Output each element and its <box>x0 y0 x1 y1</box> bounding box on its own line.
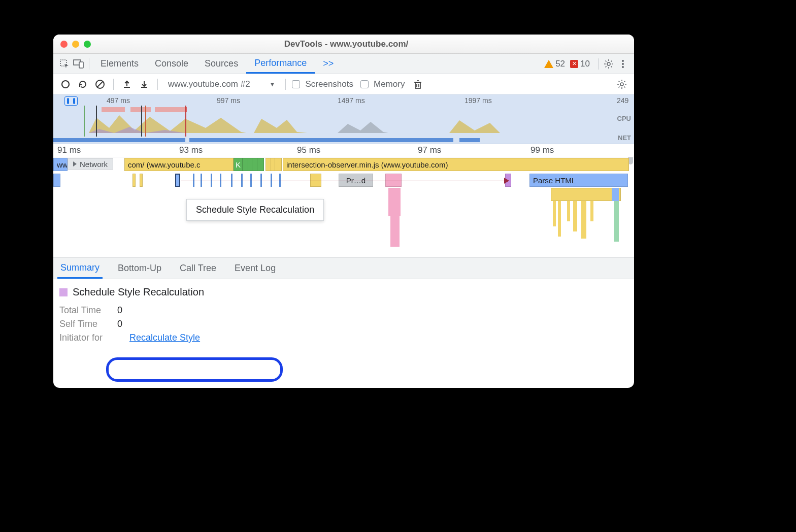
flame-block[interactable] <box>390 216 400 247</box>
net-label: NET <box>618 134 631 142</box>
timeline-overview[interactable]: 497 ms 997 ms 1497 ms 1997 ms 249 CPU NE… <box>53 94 634 144</box>
summary-panel: Schedule Style Recalculation Total Time … <box>53 279 634 353</box>
tab-summary[interactable]: Summary <box>57 258 103 279</box>
divider <box>113 79 114 90</box>
flame-block-selected[interactable] <box>175 174 180 187</box>
flame-block[interactable]: ww <box>53 158 68 171</box>
flame-block[interactable] <box>551 188 621 201</box>
reload-record-button[interactable] <box>76 77 90 91</box>
checkbox-icon <box>292 80 300 88</box>
more-menu-icon[interactable] <box>616 57 630 71</box>
screenshots-checkbox[interactable]: Screenshots <box>292 79 353 89</box>
tabs-overflow-button[interactable]: >> <box>315 54 342 74</box>
flame-block[interactable]: com/ (www.youtube.c <box>124 158 234 171</box>
flame-block[interactable] <box>388 188 401 216</box>
errors-badge[interactable]: ✕ 10 <box>570 59 590 69</box>
svg-point-7 <box>62 81 69 88</box>
flame-block[interactable] <box>567 201 570 221</box>
flame-tick <box>201 174 202 187</box>
marker-line <box>96 106 97 137</box>
flame-block[interactable] <box>612 188 619 201</box>
selection-handle-right[interactable] <box>73 98 75 104</box>
flame-block[interactable] <box>553 201 556 226</box>
tab-call-tree[interactable]: Call Tree <box>177 258 219 279</box>
flame-block[interactable] <box>614 201 619 242</box>
selection-handle-left[interactable] <box>67 98 69 104</box>
settings-icon[interactable] <box>602 57 616 71</box>
flame-chart[interactable]: 91 ms 93 ms 95 ms 97 ms 99 ms ww com/ (w… <box>53 144 634 258</box>
flame-block[interactable] <box>53 174 60 187</box>
divider <box>89 58 89 70</box>
tab-event-log[interactable]: Event Log <box>231 258 279 279</box>
initiator-link[interactable]: Recalculate Style <box>129 332 200 343</box>
collect-garbage-icon[interactable] <box>411 77 425 91</box>
flame-row: Pr…d Parse HTML <box>53 173 634 187</box>
flame-block[interactable] <box>558 201 561 237</box>
svg-point-4 <box>622 60 624 62</box>
flame-block[interactable]: Pr…d <box>339 174 373 187</box>
flame-block[interactable]: Parse HTML <box>529 174 628 187</box>
devtools-main-tabs: Elements Console Sources Performance >> … <box>53 54 634 74</box>
initiator-arrow <box>181 181 504 181</box>
summary-key: Initiator for <box>59 332 120 343</box>
capture-settings-icon[interactable] <box>615 77 629 91</box>
svg-point-6 <box>622 66 624 68</box>
expand-icon <box>73 161 77 167</box>
inspect-element-icon[interactable] <box>57 57 72 71</box>
summary-title-row: Schedule Style Recalculation <box>59 286 628 298</box>
flame-block[interactable] <box>275 158 282 171</box>
warnings-badge[interactable]: 52 <box>544 59 565 69</box>
summary-value: 0 <box>117 319 122 329</box>
tab-bottom-up[interactable]: Bottom-Up <box>115 258 164 279</box>
flame-tick <box>220 174 221 187</box>
divider <box>598 58 599 70</box>
flame-block[interactable]: intersection-observer.min.js (www.youtub… <box>283 158 629 171</box>
maximize-window-button[interactable] <box>84 41 91 48</box>
close-window-button[interactable] <box>60 41 68 48</box>
tab-elements[interactable]: Elements <box>92 54 147 74</box>
overview-tick: 497 ms <box>107 96 130 105</box>
memory-checkbox[interactable]: Memory <box>360 79 405 89</box>
overview-selection[interactable] <box>64 96 78 106</box>
marker-line <box>84 106 85 137</box>
flame-block[interactable]: K <box>234 158 243 171</box>
tab-performance[interactable]: Performance <box>246 54 315 74</box>
summary-key: Self Time <box>59 319 108 329</box>
flame-block[interactable] <box>257 158 264 171</box>
network-group-header[interactable]: Network <box>68 158 113 170</box>
flame-block[interactable] <box>310 174 321 187</box>
device-toolbar-icon[interactable] <box>72 57 86 71</box>
divider <box>157 79 158 90</box>
net-bar <box>189 138 453 142</box>
overview-tick: 1497 ms <box>338 96 365 105</box>
download-profile-icon[interactable] <box>137 77 151 91</box>
frame-strip <box>155 107 186 112</box>
flame-block[interactable] <box>573 201 577 231</box>
clear-button[interactable] <box>93 77 107 91</box>
flame-block[interactable] <box>581 201 586 239</box>
flame-tick <box>231 174 233 187</box>
flame-tooltip: Schedule Style Recalculation <box>186 199 324 221</box>
flame-tick <box>250 174 252 187</box>
record-button[interactable] <box>58 77 73 91</box>
summary-key: Total Time <box>59 305 108 316</box>
summary-row: Total Time 0 <box>59 305 628 316</box>
flame-block[interactable] <box>132 174 136 187</box>
recording-selector[interactable]: www.youtube.com #2 ▼ <box>164 79 279 89</box>
summary-title: Schedule Style Recalculation <box>73 286 204 298</box>
detail-tabs: Summary Bottom-Up Call Tree Event Log <box>53 258 634 279</box>
chevron-down-icon: ▼ <box>270 81 276 88</box>
flame-tick <box>211 174 212 187</box>
minimize-window-button[interactable] <box>72 41 79 48</box>
traffic-lights <box>60 41 91 48</box>
flame-block[interactable] <box>385 174 402 187</box>
flame-block[interactable] <box>140 174 143 187</box>
tab-console[interactable]: Console <box>147 54 196 74</box>
performance-toolbar: www.youtube.com #2 ▼ Screenshots Memory <box>53 74 634 94</box>
flame-tick <box>279 174 281 187</box>
flame-tick <box>271 174 272 187</box>
overview-tick: 249 <box>617 96 628 105</box>
flame-block[interactable] <box>590 201 593 221</box>
tab-sources[interactable]: Sources <box>196 54 246 74</box>
upload-profile-icon[interactable] <box>120 77 134 91</box>
